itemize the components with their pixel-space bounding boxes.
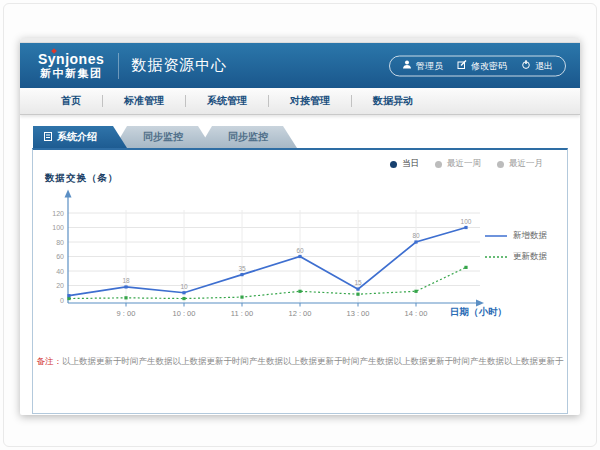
filter-option-label: 当日 <box>402 158 419 170</box>
radio-dot-icon <box>435 161 442 168</box>
svg-text:13 : 00: 13 : 00 <box>347 309 370 318</box>
y-axis-title: 数据交换（条） <box>45 172 119 185</box>
svg-text:80: 80 <box>56 239 64 246</box>
filter-option-label: 最近一月 <box>509 158 543 170</box>
tab-2[interactable]: 同步监控 <box>199 126 297 148</box>
nav-item-2[interactable]: 系统管理 <box>186 94 268 108</box>
logo: Synjones 新中新集团 <box>38 52 104 79</box>
svg-text:10: 10 <box>180 283 188 290</box>
filter-option-label: 最近一周 <box>447 158 481 170</box>
svg-text:120: 120 <box>52 210 64 217</box>
radio-dot-icon <box>497 161 504 168</box>
app-window: Synjones 新中新集团 数据资源中心 管理员修改密码退出 首页标准管理系统… <box>20 38 580 415</box>
svg-text:100: 100 <box>52 224 64 231</box>
svg-text:11 : 00: 11 : 00 <box>231 309 253 318</box>
header-divider <box>118 53 119 79</box>
tab-bar: 系统介绍同步监控同步监控 <box>33 126 568 148</box>
user-icon <box>402 60 412 72</box>
svg-text:10 : 00: 10 : 00 <box>173 309 196 318</box>
filter-option-0[interactable]: 当日 <box>390 158 419 170</box>
tab-0[interactable]: 系统介绍 <box>33 126 127 148</box>
user-action-label: 修改密码 <box>471 59 507 72</box>
radio-dot-icon <box>390 161 397 168</box>
nav-item-3[interactable]: 对接管理 <box>269 94 351 108</box>
svg-text:60: 60 <box>296 247 304 254</box>
page-title: 数据资源中心 <box>131 56 227 75</box>
filter-option-2[interactable]: 最近一月 <box>497 158 543 170</box>
user-action-change-password[interactable]: 修改密码 <box>457 59 507 72</box>
tab-label: 同步监控 <box>143 130 183 144</box>
legend-line-icon <box>485 231 507 241</box>
svg-text:35: 35 <box>238 265 246 272</box>
user-action-label: 管理员 <box>416 59 443 72</box>
time-range-filters: 当日最近一周最近一月 <box>390 158 543 170</box>
logo-brand: Synjones <box>38 52 104 66</box>
line-chart: 0204060801001209 : 0010 : 0011 : 0012 : … <box>48 186 498 326</box>
main-nav: 首页标准管理系统管理对接管理数据异动 <box>20 88 580 115</box>
doc-icon <box>44 132 52 143</box>
svg-text:14 : 00: 14 : 00 <box>405 309 428 318</box>
tab-label: 系统介绍 <box>57 130 97 144</box>
edit-icon <box>457 60 467 72</box>
user-action-label: 退出 <box>535 59 553 72</box>
svg-text:9 : 00: 9 : 00 <box>117 309 136 318</box>
svg-text:18: 18 <box>122 277 130 284</box>
nav-item-1[interactable]: 标准管理 <box>103 94 185 108</box>
svg-text:80: 80 <box>412 232 420 239</box>
legend-item-0: 新增数据 <box>485 230 547 242</box>
legend-label: 新增数据 <box>513 230 547 242</box>
tab-label: 同步监控 <box>228 130 268 144</box>
svg-text:12 : 00: 12 : 00 <box>289 309 312 318</box>
footnote-text: 以上数据更新于时间产生数据以上数据更新于时间产生数据以上数据更新于时间产生数据以… <box>62 356 564 366</box>
legend-item-1: 更新数据 <box>485 251 547 263</box>
footnote-prefix: 备注： <box>37 356 63 366</box>
user-action-admin[interactable]: 管理员 <box>402 59 443 72</box>
nav-item-0[interactable]: 首页 <box>40 94 102 108</box>
svg-text:40: 40 <box>56 268 64 275</box>
svg-text:20: 20 <box>56 282 64 289</box>
legend-label: 更新数据 <box>513 251 547 263</box>
footnote: 备注：以上数据更新于时间产生数据以上数据更新于时间产生数据以上数据更新于时间产生… <box>33 356 567 368</box>
chart-legend: 新增数据更新数据 <box>485 230 547 263</box>
user-actions-pill: 管理员修改密码退出 <box>389 55 566 76</box>
logo-company: 新中新集团 <box>38 68 104 79</box>
app-header: Synjones 新中新集团 数据资源中心 管理员修改密码退出 <box>20 43 580 88</box>
logout-icon <box>521 60 531 72</box>
user-action-logout[interactable]: 退出 <box>521 59 553 72</box>
chart-panel: 当日最近一周最近一月 数据交换（条） 0204060801001209 : 00… <box>32 148 568 414</box>
filter-option-1[interactable]: 最近一周 <box>435 158 481 170</box>
svg-text:100: 100 <box>461 218 472 225</box>
content-area: 系统介绍同步监控同步监控 当日最近一周最近一月 数据交换（条） 02040608… <box>20 115 580 414</box>
legend-line-icon <box>485 252 507 262</box>
tab-1[interactable]: 同步监控 <box>114 126 212 148</box>
x-axis-title: 日期（小时） <box>450 306 507 319</box>
svg-text:0: 0 <box>60 297 64 304</box>
svg-text:15: 15 <box>354 279 362 286</box>
nav-item-4[interactable]: 数据异动 <box>352 94 434 108</box>
svg-text:60: 60 <box>56 253 64 260</box>
